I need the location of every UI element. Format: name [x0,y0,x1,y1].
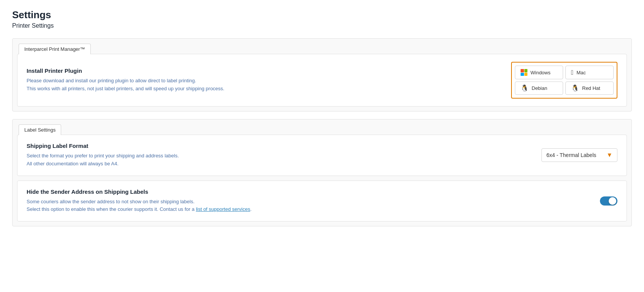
printer-plugin-card: Install Printer Plugin Please download a… [17,54,627,107]
mac-download-button[interactable]:  Mac [565,66,614,79]
label-format-selected: 6x4 - Thermal Labels [546,152,596,158]
redhat-button-label: Red Hat [582,85,600,91]
hide-sender-toggle-container [600,196,617,206]
windows-button-label: Windows [530,70,551,75]
printer-section-card: Interparcel Print Manager™ Install Print… [12,38,632,111]
redhat-download-button[interactable]: 🐧 Red Hat [565,82,614,95]
windows-download-button[interactable]: Windows [515,66,563,79]
label-format-content: Shipping Label Format Select the format … [27,143,179,168]
hide-sender-title: Hide the Sender Address on Shipping Labe… [27,188,252,195]
hide-sender-desc3: . [250,206,252,212]
hide-sender-card: Hide the Sender Address on Shipping Labe… [17,181,627,222]
page-subtitle: Printer Settings [12,22,632,29]
printer-tab-label: Interparcel Print Manager™ [19,44,91,54]
mac-button-label: Mac [576,70,586,75]
linux-icon-redhat: 🐧 [571,85,579,91]
label-format-title: Shipping Label Format [27,143,179,149]
page-title: Settings [12,9,632,21]
hide-sender-content: Hide the Sender Address on Shipping Labe… [27,188,252,214]
label-format-dropdown[interactable]: 6x4 - Thermal Labels ▼ [541,148,617,162]
supported-services-link[interactable]: list of supported services [196,206,250,212]
label-format-card: Shipping Label Format Select the format … [17,135,627,176]
label-format-desc1: Select the format you prefer to print yo… [27,153,179,159]
label-tab-label: Label Settings [19,124,61,135]
label-section-card: Label Settings Shipping Label Format Sel… [12,119,632,226]
hide-sender-desc1: Some couriers allow the sender address t… [27,199,194,204]
printer-plugin-desc1: Please download and install our printing… [27,78,196,83]
printer-plugin-desc2: This works with all printers, not just l… [27,86,224,91]
os-download-group: Windows  Mac 🐧 Debian 🐧 Red Hat [511,62,617,99]
printer-plugin-title: Install Printer Plugin [27,68,224,74]
hide-sender-desc2: Select this option to enable this when t… [27,206,194,212]
debian-button-label: Debian [532,85,547,91]
label-format-desc2: All other documentation will always be A… [27,161,118,166]
apple-icon:  [571,69,573,76]
hide-sender-toggle[interactable] [600,196,617,206]
toggle-track [600,196,617,206]
debian-download-button[interactable]: 🐧 Debian [515,82,563,95]
windows-icon [521,69,527,76]
dropdown-arrow-icon: ▼ [606,152,612,159]
toggle-thumb [609,197,616,205]
printer-plugin-content: Install Printer Plugin Please download a… [27,68,224,93]
linux-icon-debian: 🐧 [521,85,529,91]
